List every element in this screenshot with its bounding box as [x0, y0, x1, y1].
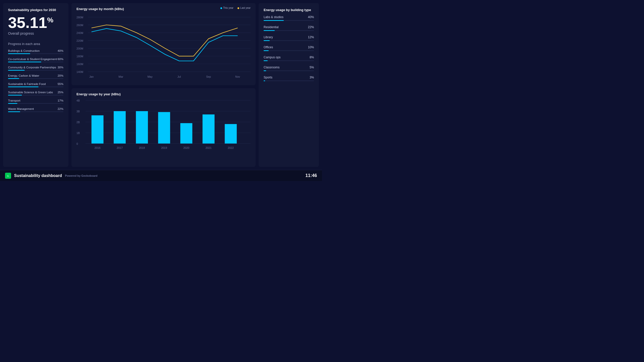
middle-panel: Energy usage by month (kBtu) This year L… [71, 3, 256, 167]
building-item: Offices 10% [264, 46, 314, 51]
building-item-pct: 10% [308, 46, 314, 49]
progress-item-label: Sustainable Science & Green Labs [8, 91, 53, 94]
progress-bar-bg [8, 86, 63, 87]
svg-text:2022: 2022 [228, 147, 234, 150]
progress-item: Community & Corporate Partnerships 30% [8, 66, 63, 71]
progress-item-label: Buildings & Construction [8, 49, 39, 52]
building-item: Classrooms 5% [264, 66, 314, 71]
building-item-label: Labs & studios [264, 15, 284, 19]
progress-item-label: Transport [8, 99, 20, 102]
building-bar-bg [264, 40, 314, 41]
building-item-pct: 40% [308, 15, 314, 19]
svg-text:280M: 280M [76, 16, 83, 19]
svg-text:Nov: Nov [235, 75, 240, 78]
progress-bar-bg [8, 95, 63, 96]
progress-item-label: Community & Corporate Partnerships [8, 66, 56, 69]
line-chart-legend: This year Last year [220, 7, 251, 9]
building-bar-fill [264, 60, 268, 61]
building-item-pct: 5% [310, 66, 314, 69]
footer-left: G Sustainability dashboard Powered by Ge… [5, 173, 97, 179]
progress-bar-fill [8, 103, 17, 104]
building-item-label: Sports [264, 76, 272, 79]
svg-text:260M: 260M [76, 24, 83, 27]
progress-bar-fill [8, 70, 25, 71]
right-panel-title: Energy usage by building type [264, 8, 314, 12]
svg-text:Sep: Sep [206, 75, 211, 78]
bar-chart-panel: Energy usage by year (kBtu) 4B 3B 2B 1B … [71, 88, 256, 167]
svg-text:May: May [147, 75, 153, 78]
svg-text:0: 0 [76, 142, 78, 145]
building-item-label: Offices [264, 46, 273, 49]
line-chart-panel: Energy usage by month (kBtu) This year L… [71, 3, 256, 85]
bar-chart-svg: 4B 3B 2B 1B 0 [76, 99, 251, 153]
progress-item: Sustainable Science & Green Labs 25% [8, 91, 63, 96]
progress-bar-fill [8, 86, 38, 87]
progress-bar-fill [8, 62, 41, 62]
progress-item: Transport 17% [8, 99, 63, 104]
progress-bar-fill [8, 95, 22, 96]
footer-title: Sustainability dashboard [14, 173, 62, 178]
progress-item: Co-curriculuar & Student Engagement 60% [8, 58, 63, 62]
progress-list: Buildings & Construction 40% Co-curricul… [8, 49, 63, 116]
svg-text:220M: 220M [76, 39, 83, 42]
svg-text:1B: 1B [76, 131, 80, 134]
building-item-label: Library [264, 35, 273, 39]
bar-chart-title: Energy usage by year (kBtu) [76, 92, 251, 96]
svg-text:200M: 200M [76, 47, 83, 50]
left-panel-title: Sustainability pledges for 2030 [8, 8, 63, 12]
progress-section-title: Progress in each area [8, 42, 63, 46]
building-bar-fill [264, 30, 275, 31]
progress-bar-fill [8, 111, 20, 112]
progress-bar-bg [8, 78, 63, 79]
progress-item-label: Sustainable & Fairtrade Food [8, 82, 46, 85]
svg-text:2016: 2016 [95, 147, 101, 150]
progress-item-label: Co-curriculuar & Student Engagement [8, 58, 57, 61]
svg-text:2017: 2017 [117, 147, 123, 150]
progress-item: Energy, Carbon & Water 20% [8, 74, 63, 79]
progress-item-pct: 30% [58, 66, 63, 69]
footer-powered: Powered by Geckoboard [65, 174, 97, 177]
progress-item-pct: 40% [58, 49, 63, 52]
progress-item: Sustainable & Fairtrade Food 55% [8, 82, 63, 87]
geckoboard-logo-icon: G [6, 174, 10, 178]
bar-2022 [225, 124, 237, 144]
svg-text:240M: 240M [76, 31, 83, 34]
building-item: Library 12% [264, 35, 314, 41]
svg-text:180M: 180M [76, 55, 83, 58]
building-item-label: Classrooms [264, 66, 279, 69]
svg-text:2B: 2B [76, 121, 80, 124]
progress-item-pct: 60% [58, 58, 63, 61]
building-item: Residential 22% [264, 25, 314, 31]
overall-label: Overall progress [8, 31, 63, 35]
progress-bar-bg [8, 62, 63, 62]
building-item: Campus ops 8% [264, 56, 314, 61]
line-chart-title: Energy usage by month (kBtu) [76, 7, 124, 11]
building-item-pct: 22% [308, 25, 314, 29]
footer: G Sustainability dashboard Powered by Ge… [0, 170, 322, 181]
building-item-pct: 12% [308, 35, 314, 39]
bar-2017 [114, 111, 126, 144]
progress-bar-bg [8, 70, 63, 71]
svg-text:G: G [7, 175, 9, 177]
right-panel: Energy usage by building type Labs & stu… [259, 3, 319, 167]
building-bar-fill [264, 70, 266, 71]
bar-2021 [203, 115, 215, 144]
svg-text:Mar: Mar [118, 75, 123, 78]
progress-bar-bg [8, 103, 63, 104]
building-bar-fill [264, 50, 269, 51]
progress-bar-fill [8, 53, 30, 54]
footer-time: 11:46 [305, 173, 317, 178]
line-chart-svg: 280M 260M 240M 220M 200M 180M 160M 140M … [76, 15, 251, 81]
svg-text:2018: 2018 [139, 147, 145, 150]
svg-text:4B: 4B [76, 99, 80, 102]
progress-bar-bg [8, 111, 63, 112]
building-bar-fill [264, 20, 284, 21]
building-item-pct: 3% [310, 76, 314, 79]
svg-text:2020: 2020 [183, 147, 189, 150]
svg-text:Jul: Jul [177, 75, 181, 78]
building-list: Labs & studios 40% Residential 22% Libra… [264, 15, 314, 81]
building-item: Labs & studios 40% [264, 15, 314, 21]
svg-text:2019: 2019 [161, 147, 167, 150]
bar-2019 [158, 112, 170, 144]
building-bar-bg [264, 80, 314, 81]
